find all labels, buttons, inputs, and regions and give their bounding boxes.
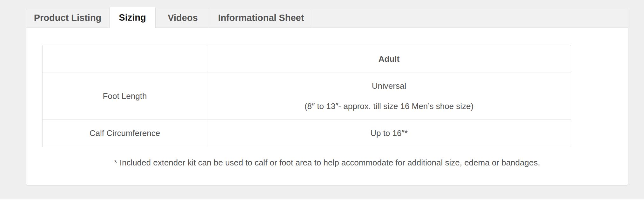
calf-circumference-label: Calf Circumference [43, 119, 207, 147]
table-row-calf-circumference: Calf Circumference Up to 16″* [43, 119, 571, 147]
bottom-edge-strip [0, 199, 644, 200]
sizing-footnote: * Included extender kit can be used to c… [26, 158, 628, 168]
sizing-tab-content: Adult Foot Length Universal (8″ to 13″- … [26, 45, 628, 168]
foot-length-value-line1: Universal [211, 81, 567, 91]
tab-bar: Product Listing Sizing Videos Informatio… [26, 8, 628, 28]
table-header-row: Adult [43, 45, 571, 73]
foot-length-value: Universal (8″ to 13″- approx. till size … [207, 73, 571, 119]
tab-sizing[interactable]: Sizing [109, 7, 156, 28]
product-info-panel: Product Listing Sizing Videos Informatio… [26, 8, 628, 185]
tab-informational-sheet[interactable]: Informational Sheet [210, 8, 312, 28]
header-empty-cell [43, 45, 207, 73]
tab-videos[interactable]: Videos [156, 8, 210, 28]
foot-length-value-line2: (8″ to 13″- approx. till size 16 Men’s s… [211, 101, 567, 111]
foot-length-label: Foot Length [43, 73, 207, 119]
tab-product-listing[interactable]: Product Listing [26, 8, 109, 28]
calf-circumference-value: Up to 16″* [207, 119, 571, 147]
table-row-foot-length: Foot Length Universal (8″ to 13″- approx… [43, 73, 571, 119]
header-adult-cell: Adult [207, 45, 571, 73]
sizing-table: Adult Foot Length Universal (8″ to 13″- … [42, 45, 571, 147]
